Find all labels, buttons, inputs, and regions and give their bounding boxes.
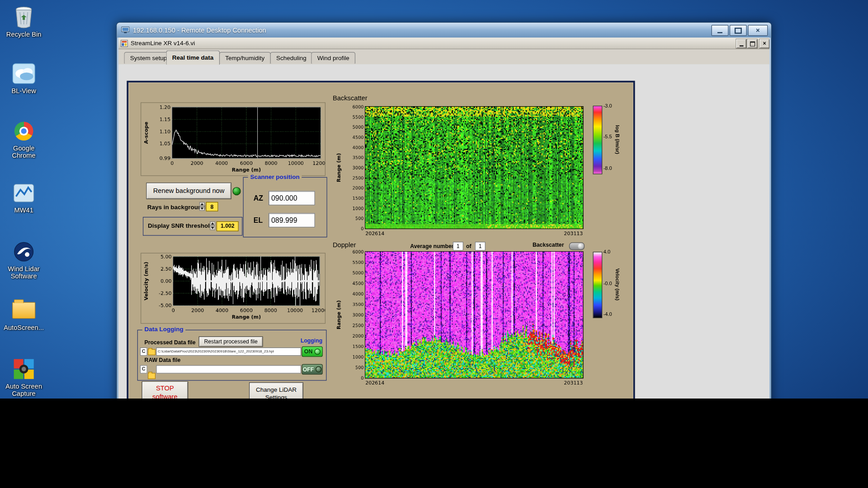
desktop-icon-bl-view[interactable]: BL-View xyxy=(1,61,46,95)
backscatter-colorbar-label: log B (/m/sr) xyxy=(614,106,620,173)
minimize-icon xyxy=(739,45,743,46)
chrome-icon xyxy=(1,118,46,144)
doppler-heading: Doppler xyxy=(333,241,356,249)
desktop-icon-label: Auto Screen Capture xyxy=(1,383,46,397)
app-restore-button[interactable] xyxy=(747,39,757,48)
restore-icon xyxy=(750,41,755,46)
spinner-up-icon[interactable] xyxy=(210,221,215,226)
colorbar-tick: 4.0 xyxy=(604,249,610,254)
velocity-graph xyxy=(141,253,326,324)
desktop: Recycle Bin BL-View Google Chrome MW41 xyxy=(0,0,868,399)
data-logging-box: Data Logging Processed Data file Restart… xyxy=(137,330,327,381)
desktop-icon-label: Google Chrome xyxy=(1,145,46,160)
change-settings-line2: Settings xyxy=(265,394,288,399)
colorbar-tick: -0.0 xyxy=(604,281,612,286)
scanner-position-box: Scanner position AZ 090.000 EL 089.999 xyxy=(243,177,327,237)
tab-real-time-data[interactable]: Real time data xyxy=(166,50,219,65)
logging-label: Logging xyxy=(301,338,322,343)
el-label: EL xyxy=(254,216,263,225)
wind-lidar-icon xyxy=(1,239,46,264)
processed-browse-icon[interactable] xyxy=(148,349,156,355)
app-minimize-button[interactable] xyxy=(736,39,746,48)
rays-in-background-field[interactable]: 8 xyxy=(206,202,218,211)
desktop-icon-label: Wind Lidar Software xyxy=(1,266,46,280)
tabstrip: System setup Real time data Temp/humidit… xyxy=(118,49,769,65)
doppler-colorbar-label: Velocity (m/s) xyxy=(614,252,620,317)
rdp-minimize-button[interactable] xyxy=(711,25,728,36)
raw-drive-icon[interactable]: C xyxy=(140,365,147,373)
backscatter-colorbar xyxy=(593,106,602,174)
maximize-icon xyxy=(735,28,742,33)
app-titlebar[interactable]: StreamLine XR v14-6.vi × xyxy=(118,38,769,49)
desktop-icon-wind-lidar[interactable]: Wind Lidar Software xyxy=(1,239,46,280)
change-settings-line1: Change LiDAR xyxy=(256,385,297,393)
display-snr-label: Display SNR threshold xyxy=(148,222,213,229)
desktop-icon-label: AutoScreen... xyxy=(1,324,46,332)
snr-spinner[interactable] xyxy=(210,221,215,230)
el-field[interactable]: 089.999 xyxy=(269,213,315,227)
backscatter-toggle-label: Backscatter xyxy=(533,242,564,248)
close-icon: × xyxy=(756,27,760,34)
rdp-window: 192.168.0.150 - Remote Desktop Connectio… xyxy=(116,22,772,399)
folder-icon xyxy=(1,298,46,323)
doppler-colorbar xyxy=(593,252,602,318)
colorbar-tick: -5.5 xyxy=(604,134,612,139)
colorbar-tick: -3.0 xyxy=(604,103,612,108)
remote-session: StreamLine XR v14-6.vi × System setup Re… xyxy=(118,38,769,399)
desktop-icon-google-chrome[interactable]: Google Chrome xyxy=(1,118,46,160)
stop-button-line1: STOP xyxy=(156,385,174,393)
az-label: AZ xyxy=(254,194,263,202)
toggle-state-label: ON xyxy=(304,348,312,354)
processed-drive-icon[interactable]: C xyxy=(140,347,147,356)
tab-wind-profile[interactable]: Wind profile xyxy=(311,52,355,64)
snr-threshold-box: Display SNR threshold 1.002 xyxy=(143,217,242,236)
colorbar-tick: -4.0 xyxy=(604,311,612,317)
renew-led-icon xyxy=(232,187,241,195)
spinner-down-icon[interactable] xyxy=(199,206,205,211)
spinner-up-icon[interactable] xyxy=(199,202,205,206)
data-logging-title: Data Logging xyxy=(142,326,186,333)
stop-software-button[interactable]: STOP software xyxy=(142,381,188,399)
tab-scheduling[interactable]: Scheduling xyxy=(270,52,313,64)
desktop-icon-mw41[interactable]: MW41 xyxy=(1,180,46,214)
restart-processed-file-button[interactable]: Restart processed file xyxy=(199,336,263,347)
az-field[interactable]: 090.000 xyxy=(269,191,315,205)
rdp-computer-icon xyxy=(121,27,129,34)
close-icon: × xyxy=(763,41,766,47)
app-close-button[interactable]: × xyxy=(760,39,769,48)
raw-logging-toggle[interactable]: OFF xyxy=(302,364,323,375)
spinner-down-icon[interactable] xyxy=(210,226,215,230)
toggle-led-icon xyxy=(314,348,320,354)
desktop-icon-label: Recycle Bin xyxy=(1,31,46,38)
doppler-heatmap xyxy=(335,249,585,392)
tab-temp-humidity[interactable]: Temp/humidity xyxy=(219,52,271,64)
app-window-title: StreamLine XR v14-6.vi xyxy=(131,40,195,47)
screen-capture-icon xyxy=(1,357,46,382)
raw-data-file-label: RAW Data file xyxy=(145,357,181,363)
change-lidar-settings-button[interactable]: Change LiDAR Settings xyxy=(249,382,303,399)
rdp-titlebar[interactable]: 192.168.0.150 - Remote Desktop Connectio… xyxy=(117,23,771,38)
rdp-close-button[interactable]: × xyxy=(748,25,768,36)
cloud-icon xyxy=(1,61,46,86)
ascope-graph xyxy=(141,103,326,176)
display-snr-field[interactable]: 1.002 xyxy=(217,221,239,231)
raw-browse-icon[interactable] xyxy=(148,373,156,379)
desktop-icon-label: BL-View xyxy=(1,87,46,94)
desktop-icon-recycle-bin[interactable]: Recycle Bin xyxy=(1,5,46,38)
desktop-icon-auto-screen-capture[interactable]: Auto Screen Capture xyxy=(1,357,46,398)
rays-in-background-label: Rays in background xyxy=(147,204,206,211)
toggle-led-icon xyxy=(316,366,321,372)
raw-path-field[interactable] xyxy=(156,365,301,373)
vi-app-icon xyxy=(121,40,128,47)
rdp-window-title: 192.168.0.150 - Remote Desktop Connectio… xyxy=(133,26,266,34)
renew-background-button[interactable]: Renew background now xyxy=(146,183,231,199)
scanner-position-title: Scanner position xyxy=(248,173,302,180)
processed-path-field[interactable]: C:\Lidar\Data\Proc\2023\202309\20230918\… xyxy=(156,347,301,356)
rays-spinner[interactable] xyxy=(199,202,205,211)
processed-data-file-label: Processed Data file xyxy=(145,339,196,345)
backscatter-heading: Backscatter xyxy=(333,94,368,102)
processed-logging-toggle[interactable]: ON xyxy=(302,347,323,357)
toggle-state-label: OFF xyxy=(303,366,314,372)
rdp-maximize-button[interactable] xyxy=(730,25,747,36)
desktop-icon-autoscreen[interactable]: AutoScreen... xyxy=(1,298,46,332)
